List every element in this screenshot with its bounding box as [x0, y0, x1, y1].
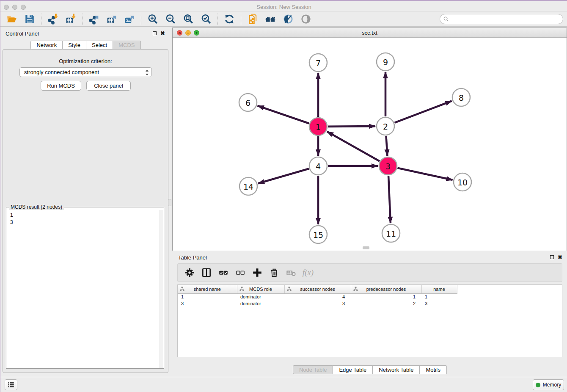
network-hscrollbar-thumb[interactable] [363, 246, 369, 249]
graph-node-9[interactable]: 9 [377, 53, 394, 71]
graph-node-15[interactable]: 15 [309, 226, 327, 243]
graph-node-10[interactable]: 10 [454, 173, 471, 191]
table-cell-successor-nodes[interactable]: 3 [284, 300, 351, 307]
delete-column-button[interactable] [267, 266, 281, 279]
show-columns-button[interactable] [200, 266, 213, 279]
graph-edge-2-3[interactable] [386, 136, 387, 156]
table-cell-name[interactable]: 3 [421, 300, 457, 307]
tab-edge-table[interactable]: Edge Table [333, 365, 373, 374]
column-header-successor-nodes[interactable]: successor nodes [284, 285, 351, 293]
zoom-selected-icon [201, 14, 212, 25]
graph-node-label: 15 [313, 230, 323, 240]
graph-node-6[interactable]: 6 [239, 94, 257, 111]
column-header-name[interactable]: name [421, 285, 457, 293]
apply-style-button[interactable] [281, 12, 295, 26]
table-settings-button[interactable] [183, 266, 196, 279]
tab-mcds[interactable]: MCDS [113, 41, 140, 50]
export-table-button[interactable] [105, 12, 118, 26]
tab-style[interactable]: Style [63, 41, 86, 50]
search-field[interactable] [440, 14, 563, 24]
table-cell-name[interactable]: 1 [421, 293, 457, 300]
open-folder-icon [6, 14, 17, 25]
column-header-shared-name[interactable]: shared name [178, 285, 237, 293]
table-cell-mcds-role[interactable]: dominator [237, 300, 284, 307]
export-network-button[interactable] [87, 12, 101, 26]
panel-splitter-handle[interactable] [168, 199, 171, 206]
graph-node-1[interactable]: 1 [309, 118, 327, 135]
add-column-button[interactable] [250, 266, 264, 279]
columns-icon [201, 267, 212, 278]
function-builder-button[interactable]: f(x) [301, 266, 315, 279]
graph-node-14[interactable]: 14 [239, 177, 257, 195]
home-button[interactable] [264, 12, 277, 26]
graph-edge-3-11[interactable] [388, 176, 391, 223]
apply-style-icon [283, 14, 294, 25]
task-history-button[interactable] [5, 379, 17, 390]
mcds-tab-content: Optimization criterion: strongly connect… [3, 49, 168, 373]
zoom-selected-button[interactable] [199, 12, 213, 26]
table-row[interactable]: 3dominator323 [178, 300, 457, 307]
column-header-predecessor-nodes[interactable]: predecessor nodes [351, 285, 421, 293]
float-panel-icon[interactable] [153, 31, 157, 35]
deselect-all-columns-button[interactable] [234, 266, 247, 279]
import-network-button[interactable] [46, 12, 60, 26]
graph-node-label: 7 [316, 58, 321, 68]
close-table-panel-icon[interactable]: ✖ [558, 255, 562, 259]
tab-select[interactable]: Select [86, 41, 113, 50]
table-cell-shared-name[interactable]: 3 [178, 300, 237, 307]
delete-table-button[interactable] [284, 266, 298, 279]
table-panel-tabs: Node TableEdge TableNetwork TableMotifs [172, 365, 567, 374]
graph-node-7[interactable]: 7 [309, 54, 327, 72]
tab-motifs[interactable]: Motifs [420, 365, 447, 374]
tab-network-table[interactable]: Network Table [373, 365, 420, 374]
table-cell-predecessor-nodes[interactable]: 1 [351, 293, 421, 300]
graph-edge-1-6[interactable] [258, 106, 309, 124]
zoom-in-button[interactable] [146, 12, 160, 26]
graph-node-2[interactable]: 2 [377, 117, 394, 135]
table-cell-mcds-role[interactable]: dominator [237, 293, 284, 300]
graph-node-8[interactable]: 8 [452, 88, 470, 106]
table-cell-shared-name[interactable]: 1 [178, 293, 237, 300]
float-table-panel-icon[interactable] [550, 255, 554, 259]
search-input[interactable] [449, 15, 563, 23]
birds-eye-view-button[interactable] [299, 12, 313, 26]
graph-node-label: 8 [459, 93, 464, 102]
graph-edge-2-8[interactable] [395, 101, 452, 123]
zoom-fit-button[interactable] [182, 12, 195, 26]
import-table-button[interactable] [64, 12, 77, 26]
table-cell-successor-nodes[interactable]: 4 [284, 293, 351, 300]
graph-edge-1-2[interactable] [328, 126, 375, 127]
criterion-dropdown[interactable]: strongly connected component [19, 67, 152, 77]
export-image-button[interactable] [123, 12, 136, 26]
close-panel-icon[interactable]: ✖ [160, 31, 165, 36]
close-panel-button[interactable]: Close panel [86, 81, 131, 91]
tab-node-table[interactable]: Node Table [293, 365, 333, 374]
export-table-icon [106, 14, 117, 25]
table-cell-predecessor-nodes[interactable]: 2 [351, 300, 421, 307]
open-session-button[interactable] [5, 12, 19, 26]
memory-button[interactable]: Memory [533, 379, 564, 390]
network-canvas[interactable]: 7968124314101511 [173, 38, 567, 251]
network-from-file-button[interactable] [246, 12, 259, 26]
table-row[interactable]: 1dominator411 [178, 293, 457, 300]
zoom-fit-icon [183, 14, 194, 25]
save-session-button[interactable] [23, 12, 36, 26]
tab-network[interactable]: Network [30, 41, 63, 50]
result-scrollbar[interactable] [160, 210, 163, 368]
graph-node-11[interactable]: 11 [382, 224, 400, 242]
trash-icon [269, 267, 280, 278]
column-header-mcds-role[interactable]: MCDS role [237, 285, 284, 293]
run-mcds-button[interactable]: Run MCDS [41, 81, 81, 91]
export-image-icon [124, 14, 135, 25]
refresh-button[interactable] [223, 12, 236, 26]
graph-edge-4-14[interactable] [258, 168, 309, 183]
graph-edge-3-10[interactable] [397, 168, 452, 180]
network-window-titlebar[interactable]: ✕ − + scc.txt [173, 28, 567, 38]
checked-boxes-icon [218, 267, 229, 278]
zoom-out-button[interactable] [164, 12, 177, 26]
graph-node-4[interactable]: 4 [309, 157, 327, 175]
graph-node-3[interactable]: 3 [379, 157, 397, 175]
graph-edge-3-1[interactable] [327, 132, 380, 161]
select-all-columns-button[interactable] [217, 266, 230, 279]
control-panel: Control Panel ✖ NetworkStyleSelectMCDS O… [0, 27, 171, 377]
